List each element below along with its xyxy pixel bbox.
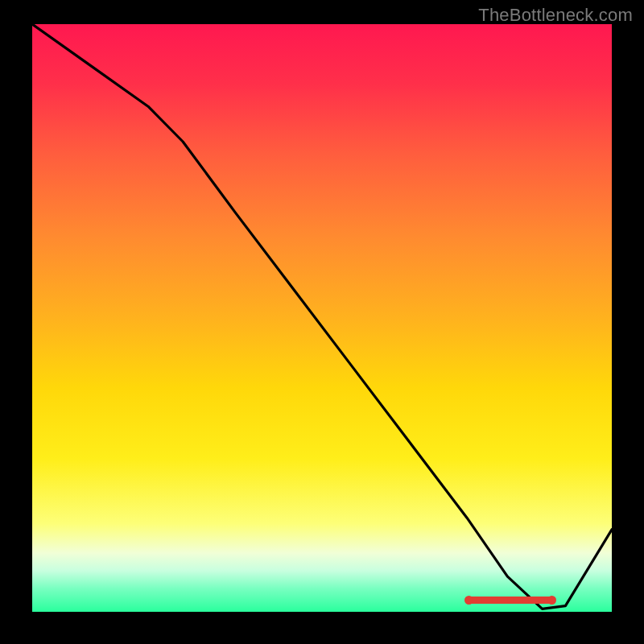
chart-frame: TheBottleneck.com bbox=[0, 0, 644, 644]
dot-icon bbox=[476, 597, 482, 604]
dot-icon bbox=[507, 597, 514, 604]
dot-icon bbox=[539, 597, 545, 604]
dot-icon bbox=[492, 597, 498, 604]
plot-area bbox=[32, 24, 612, 612]
dot-icon bbox=[522, 597, 529, 604]
optimal-range-dots bbox=[467, 597, 554, 604]
bottleneck-curve-path bbox=[32, 24, 612, 609]
curve-svg bbox=[32, 24, 612, 612]
attribution-label: TheBottleneck.com bbox=[478, 5, 633, 26]
